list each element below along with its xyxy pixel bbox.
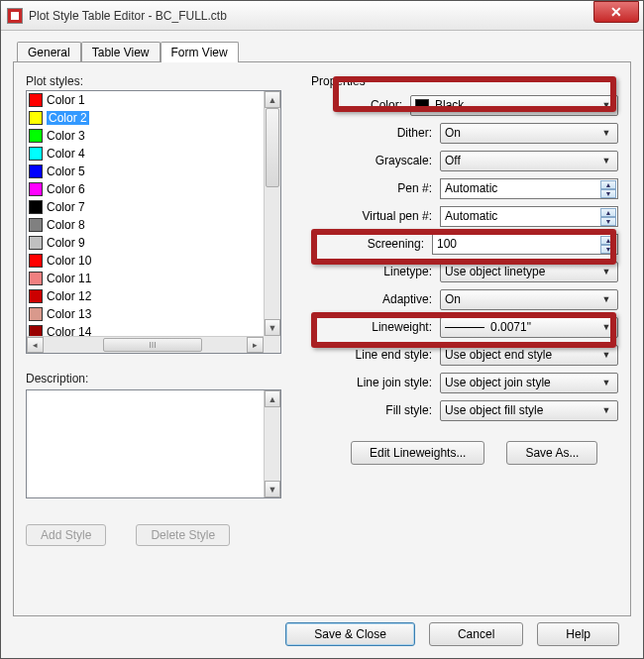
dither-dropdown[interactable]: On ▼ [440, 123, 618, 144]
spin-up-icon[interactable]: ▲ [600, 180, 616, 189]
fill-style-label: Fill style: [341, 403, 440, 417]
scroll-right-icon[interactable]: ▸ [247, 337, 264, 353]
dither-value: On [445, 126, 461, 140]
scroll-up-icon[interactable]: ▲ [265, 91, 280, 108]
fill-style-dropdown[interactable]: Use object fill style ▼ [440, 400, 618, 421]
plot-style-item[interactable]: Color 3 [27, 127, 264, 145]
plot-style-name: Color 10 [47, 254, 91, 268]
plot-style-item[interactable]: Color 12 [27, 287, 264, 305]
scroll-down-icon[interactable]: ▼ [265, 481, 280, 497]
color-dropdown[interactable]: Black ▼ [410, 95, 618, 116]
hscroll-thumb[interactable]: III [103, 338, 202, 352]
color-swatch-icon [29, 147, 43, 161]
end-style-label: Line end style: [341, 348, 440, 362]
lineweight-dropdown[interactable]: 0.0071" ▼ [440, 317, 618, 338]
plot-style-item[interactable]: Color 5 [27, 163, 264, 180]
color-value: Black [435, 98, 464, 112]
spin-down-icon[interactable]: ▼ [600, 189, 616, 198]
color-swatch-icon [29, 129, 43, 143]
plot-style-name: Color 13 [47, 307, 91, 321]
plot-style-item[interactable]: Color 14 [27, 323, 264, 336]
virtual-pen-value: Automatic [445, 209, 497, 223]
plot-style-name: Color 1 [47, 93, 85, 107]
plot-style-name: Color 8 [47, 218, 85, 232]
color-swatch-icon [29, 254, 43, 268]
screening-stepper[interactable]: 100 ▲▼ [432, 234, 618, 255]
plot-style-item[interactable]: Color 7 [27, 198, 264, 216]
desc-vscrollbar[interactable]: ▲ ▼ [264, 390, 280, 497]
plot-style-name: Color 3 [47, 129, 85, 143]
plot-style-name: Color 5 [47, 165, 85, 178]
plot-style-item[interactable]: Color 6 [27, 180, 264, 198]
color-swatch-icon [29, 289, 43, 303]
tab-general[interactable]: General [17, 42, 81, 62]
plot-styles-listbox[interactable]: Color 1Color 2Color 3Color 4Color 5Color… [26, 90, 281, 354]
end-style-dropdown[interactable]: Use object end style ▼ [440, 345, 618, 366]
plot-style-item[interactable]: Color 4 [27, 145, 264, 163]
app-window: Plot Style Table Editor - BC_FULL.ctb ✕ … [0, 0, 644, 659]
plot-style-name: Color 7 [47, 200, 85, 214]
grayscale-dropdown[interactable]: Off ▼ [440, 151, 618, 171]
description-textarea[interactable]: ▲ ▼ [26, 389, 281, 498]
save-as-button[interactable]: Save As... [506, 441, 597, 465]
close-button[interactable]: ✕ [593, 1, 639, 23]
scroll-left-icon[interactable]: ◂ [27, 337, 44, 353]
spin-down-icon[interactable]: ▼ [600, 245, 616, 254]
plot-style-item[interactable]: Color 2 [27, 109, 264, 127]
cancel-button[interactable]: Cancel [429, 622, 523, 646]
app-icon [7, 8, 23, 24]
spin-up-icon[interactable]: ▲ [600, 236, 616, 245]
plot-style-item[interactable]: Color 11 [27, 270, 264, 287]
pen-value: Automatic [445, 181, 497, 195]
delete-style-button: Delete Style [136, 524, 230, 546]
linetype-dropdown[interactable]: Use object linetype ▼ [440, 262, 618, 282]
fill-style-value: Use object fill style [445, 403, 543, 417]
plot-style-name: Color 6 [47, 182, 85, 196]
join-style-value: Use object join style [445, 376, 551, 389]
help-button[interactable]: Help [537, 622, 619, 646]
grayscale-label: Grayscale: [341, 154, 440, 167]
linetype-label: Linetype: [341, 265, 440, 278]
plot-style-item[interactable]: Color 9 [27, 234, 264, 252]
tab-strip: General Table View Form View [17, 41, 631, 61]
plot-style-item[interactable]: Color 13 [27, 305, 264, 323]
spin-down-icon[interactable]: ▼ [600, 217, 616, 226]
plot-style-name: Color 4 [47, 147, 85, 161]
plot-style-item[interactable]: Color 8 [27, 216, 264, 234]
color-swatch-icon [29, 272, 43, 285]
save-close-button[interactable]: Save & Close [285, 622, 415, 646]
color-swatch-icon [29, 111, 43, 125]
chevron-down-icon: ▼ [598, 127, 614, 140]
color-swatch-icon [29, 236, 43, 250]
lineweight-label: Lineweight: [341, 320, 440, 334]
screening-label: Screening: [341, 237, 432, 251]
virtual-pen-stepper[interactable]: Automatic ▲▼ [440, 206, 618, 227]
description-label: Description: [26, 372, 281, 385]
join-style-dropdown[interactable]: Use object join style ▼ [440, 373, 618, 393]
chevron-down-icon: ▼ [598, 377, 614, 389]
color-swatch-icon [29, 218, 43, 232]
tab-table-view[interactable]: Table View [81, 42, 161, 62]
edit-lineweights-button[interactable]: Edit Lineweights... [351, 441, 484, 465]
pen-number-stepper[interactable]: Automatic ▲▼ [440, 178, 618, 199]
color-swatch-icon [29, 165, 43, 178]
plot-style-name: Color 14 [47, 325, 91, 336]
list-hscrollbar[interactable]: ◂ III ▸ [27, 336, 264, 353]
list-vscrollbar[interactable]: ▲ ▼ [264, 91, 280, 336]
chevron-down-icon: ▼ [598, 155, 614, 167]
plot-styles-label: Plot styles: [26, 74, 281, 88]
plot-style-name: Color 11 [47, 272, 91, 285]
plot-style-item[interactable]: Color 10 [27, 252, 264, 270]
tab-form-view[interactable]: Form View [161, 42, 239, 62]
left-column: Plot styles: Color 1Color 2Color 3Color … [26, 74, 281, 546]
spin-up-icon[interactable]: ▲ [600, 208, 616, 217]
vscroll-thumb[interactable] [266, 108, 279, 187]
scroll-up-icon[interactable]: ▲ [265, 390, 280, 407]
plot-style-item[interactable]: Color 1 [27, 91, 264, 109]
adaptive-dropdown[interactable]: On ▼ [440, 289, 618, 310]
scroll-down-icon[interactable]: ▼ [265, 319, 280, 336]
tab-body: Plot styles: Color 1Color 2Color 3Color … [13, 61, 631, 616]
color-swatch-icon [415, 99, 429, 111]
color-swatch-icon [29, 200, 43, 214]
add-style-button: Add Style [26, 524, 106, 546]
